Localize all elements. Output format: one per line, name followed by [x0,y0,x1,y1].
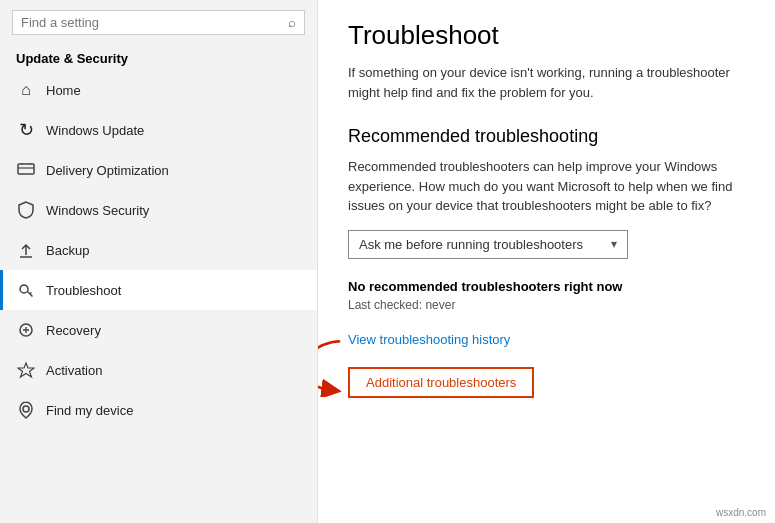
sidebar-item-delivery-optimization[interactable]: Delivery Optimization [0,150,317,190]
sidebar-label-activation: Activation [46,363,102,378]
sidebar-item-recovery[interactable]: Recovery [0,310,317,350]
activation-icon [16,360,36,380]
sidebar-label-find-my-device: Find my device [46,403,133,418]
main-content: Troubleshoot If something on your device… [318,0,775,523]
shield-icon [16,200,36,220]
sidebar-item-activation[interactable]: Activation [0,350,317,390]
sidebar-item-home[interactable]: ⌂ Home [0,70,317,110]
page-description: If something on your device isn't workin… [348,63,745,102]
sidebar-item-troubleshoot[interactable]: Troubleshoot [0,270,317,310]
search-input[interactable] [21,15,288,30]
sidebar-item-windows-security[interactable]: Windows Security [0,190,317,230]
sidebar-label-windows-update: Windows Update [46,123,144,138]
recommended-section-description: Recommended troubleshooters can help imp… [348,157,745,216]
dropdown-value: Ask me before running troubleshooters [359,237,583,252]
home-icon: ⌂ [16,80,36,100]
search-bar[interactable]: ⌕ [12,10,305,35]
sidebar-item-backup[interactable]: Backup [0,230,317,270]
sidebar-item-windows-update[interactable]: ↻ Windows Update [0,110,317,150]
sidebar-label-delivery-optimization: Delivery Optimization [46,163,169,178]
svg-marker-3 [18,363,34,377]
sidebar-label-home: Home [46,83,81,98]
recommended-section-title: Recommended troubleshooting [348,126,745,147]
key-icon [16,280,36,300]
troubleshoot-dropdown[interactable]: Ask me before running troubleshooters ▾ [348,230,628,259]
no-troubleshooters-label: No recommended troubleshooters right now [348,279,745,294]
watermark: wsxdn.com [713,506,769,519]
delivery-icon [16,160,36,180]
svg-point-1 [20,285,28,293]
svg-rect-0 [18,164,34,174]
sidebar-label-backup: Backup [46,243,89,258]
recovery-icon [16,320,36,340]
sidebar-label-recovery: Recovery [46,323,101,338]
sidebar-item-find-my-device[interactable]: Find my device [0,390,317,430]
svg-point-4 [23,406,29,412]
backup-icon [16,240,36,260]
chevron-down-icon: ▾ [611,237,617,251]
additional-troubleshooters-button[interactable]: Additional troubleshooters [348,367,534,398]
page-title: Troubleshoot [348,20,745,51]
sidebar-label-windows-security: Windows Security [46,203,149,218]
sidebar-label-troubleshoot: Troubleshoot [46,283,121,298]
sidebar: ⌕ Update & Security ⌂ Home ↻ Windows Upd… [0,0,318,523]
view-history-link[interactable]: View troubleshooting history [348,332,745,347]
update-icon: ↻ [16,120,36,140]
last-checked-label: Last checked: never [348,298,745,312]
additional-troubleshooters-container: Additional troubleshooters [348,367,745,398]
sidebar-section-title: Update & Security [0,43,317,70]
search-icon: ⌕ [288,15,296,30]
find-device-icon [16,400,36,420]
